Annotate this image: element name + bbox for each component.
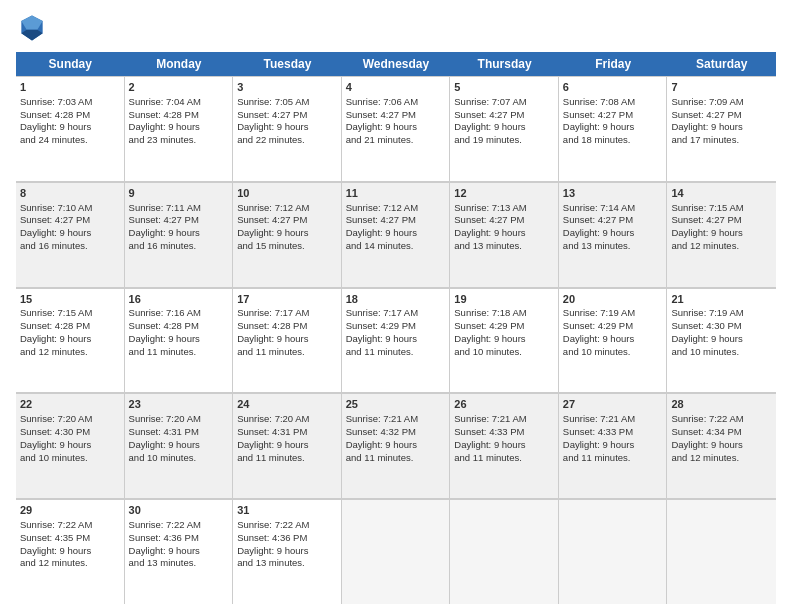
day-info: Sunrise: 7:22 AM	[671, 413, 772, 426]
day-number: 4	[346, 80, 446, 95]
day-info: Sunset: 4:28 PM	[237, 320, 337, 333]
day-info: and 13 minutes.	[454, 240, 554, 253]
header	[16, 12, 776, 44]
day-info: Sunrise: 7:20 AM	[237, 413, 337, 426]
day-number: 1	[20, 80, 120, 95]
calendar-cell: 28Sunrise: 7:22 AMSunset: 4:34 PMDayligh…	[667, 393, 776, 498]
day-info: and 10 minutes.	[671, 346, 772, 359]
calendar-body: 1Sunrise: 7:03 AMSunset: 4:28 PMDaylight…	[16, 76, 776, 604]
day-info: Sunset: 4:27 PM	[454, 109, 554, 122]
day-number: 29	[20, 503, 120, 518]
day-info: Sunset: 4:28 PM	[129, 320, 229, 333]
day-info: Sunset: 4:35 PM	[20, 532, 120, 545]
calendar-cell: 12Sunrise: 7:13 AMSunset: 4:27 PMDayligh…	[450, 182, 559, 287]
day-info: Sunrise: 7:14 AM	[563, 202, 663, 215]
day-info: Sunset: 4:27 PM	[346, 109, 446, 122]
day-info: Sunrise: 7:06 AM	[346, 96, 446, 109]
calendar-cell: 23Sunrise: 7:20 AMSunset: 4:31 PMDayligh…	[125, 393, 234, 498]
day-info: Sunset: 4:27 PM	[346, 214, 446, 227]
day-info: Sunrise: 7:09 AM	[671, 96, 772, 109]
day-info: Sunrise: 7:21 AM	[563, 413, 663, 426]
day-info: and 11 minutes.	[237, 452, 337, 465]
day-info: Sunrise: 7:04 AM	[129, 96, 229, 109]
day-info: Sunset: 4:28 PM	[129, 109, 229, 122]
day-info: and 16 minutes.	[129, 240, 229, 253]
day-info: and 13 minutes.	[129, 557, 229, 570]
day-info: and 10 minutes.	[20, 452, 120, 465]
day-number: 16	[129, 292, 229, 307]
day-info: Sunrise: 7:10 AM	[20, 202, 120, 215]
day-number: 21	[671, 292, 772, 307]
day-info: Sunrise: 7:16 AM	[129, 307, 229, 320]
weekday-header: Friday	[559, 52, 668, 76]
day-info: Sunset: 4:27 PM	[237, 214, 337, 227]
day-info: and 18 minutes.	[563, 134, 663, 147]
day-info: Sunrise: 7:15 AM	[671, 202, 772, 215]
day-info: Sunrise: 7:18 AM	[454, 307, 554, 320]
day-number: 12	[454, 186, 554, 201]
calendar-cell: 20Sunrise: 7:19 AMSunset: 4:29 PMDayligh…	[559, 288, 668, 393]
day-info: Sunset: 4:27 PM	[237, 109, 337, 122]
calendar-cell: 29Sunrise: 7:22 AMSunset: 4:35 PMDayligh…	[16, 499, 125, 604]
calendar-cell: 11Sunrise: 7:12 AMSunset: 4:27 PMDayligh…	[342, 182, 451, 287]
calendar-cell: 21Sunrise: 7:19 AMSunset: 4:30 PMDayligh…	[667, 288, 776, 393]
day-number: 31	[237, 503, 337, 518]
day-info: Daylight: 9 hours	[563, 227, 663, 240]
day-number: 24	[237, 397, 337, 412]
day-info: Sunset: 4:36 PM	[129, 532, 229, 545]
calendar-cell: 27Sunrise: 7:21 AMSunset: 4:33 PMDayligh…	[559, 393, 668, 498]
calendar-cell: 16Sunrise: 7:16 AMSunset: 4:28 PMDayligh…	[125, 288, 234, 393]
day-info: and 17 minutes.	[671, 134, 772, 147]
calendar-row: 1Sunrise: 7:03 AMSunset: 4:28 PMDaylight…	[16, 76, 776, 182]
day-info: Sunrise: 7:20 AM	[20, 413, 120, 426]
calendar-cell	[667, 499, 776, 604]
calendar-cell: 22Sunrise: 7:20 AMSunset: 4:30 PMDayligh…	[16, 393, 125, 498]
weekday-header: Saturday	[667, 52, 776, 76]
weekday-header: Thursday	[450, 52, 559, 76]
day-number: 28	[671, 397, 772, 412]
day-info: and 10 minutes.	[454, 346, 554, 359]
day-info: and 11 minutes.	[129, 346, 229, 359]
day-info: and 11 minutes.	[563, 452, 663, 465]
day-info: and 10 minutes.	[129, 452, 229, 465]
day-info: Sunset: 4:33 PM	[563, 426, 663, 439]
day-info: Daylight: 9 hours	[237, 545, 337, 558]
day-info: Sunset: 4:29 PM	[346, 320, 446, 333]
calendar-cell: 3Sunrise: 7:05 AMSunset: 4:27 PMDaylight…	[233, 76, 342, 181]
calendar-cell: 2Sunrise: 7:04 AMSunset: 4:28 PMDaylight…	[125, 76, 234, 181]
calendar-cell: 31Sunrise: 7:22 AMSunset: 4:36 PMDayligh…	[233, 499, 342, 604]
day-info: Daylight: 9 hours	[346, 121, 446, 134]
day-info: Sunset: 4:27 PM	[563, 109, 663, 122]
day-info: Sunset: 4:29 PM	[563, 320, 663, 333]
weekday-header: Tuesday	[233, 52, 342, 76]
day-number: 7	[671, 80, 772, 95]
day-number: 22	[20, 397, 120, 412]
day-info: Sunset: 4:27 PM	[671, 214, 772, 227]
day-info: Sunset: 4:27 PM	[454, 214, 554, 227]
weekday-header: Sunday	[16, 52, 125, 76]
day-info: Daylight: 9 hours	[671, 121, 772, 134]
calendar-row: 22Sunrise: 7:20 AMSunset: 4:30 PMDayligh…	[16, 393, 776, 499]
day-info: Daylight: 9 hours	[237, 227, 337, 240]
day-info: Sunrise: 7:21 AM	[454, 413, 554, 426]
day-info: and 14 minutes.	[346, 240, 446, 253]
calendar-cell: 30Sunrise: 7:22 AMSunset: 4:36 PMDayligh…	[125, 499, 234, 604]
day-info: Daylight: 9 hours	[237, 439, 337, 452]
day-info: Sunset: 4:27 PM	[563, 214, 663, 227]
day-info: Daylight: 9 hours	[129, 545, 229, 558]
calendar-row: 8Sunrise: 7:10 AMSunset: 4:27 PMDaylight…	[16, 182, 776, 288]
day-info: Sunrise: 7:11 AM	[129, 202, 229, 215]
day-info: Sunrise: 7:22 AM	[237, 519, 337, 532]
day-number: 11	[346, 186, 446, 201]
day-info: Sunset: 4:33 PM	[454, 426, 554, 439]
day-info: Daylight: 9 hours	[129, 439, 229, 452]
day-info: Daylight: 9 hours	[671, 333, 772, 346]
day-info: Sunrise: 7:19 AM	[563, 307, 663, 320]
day-info: and 23 minutes.	[129, 134, 229, 147]
day-info: and 10 minutes.	[563, 346, 663, 359]
svg-marker-2	[21, 30, 42, 41]
day-info: Sunrise: 7:19 AM	[671, 307, 772, 320]
calendar-cell	[342, 499, 451, 604]
day-number: 2	[129, 80, 229, 95]
day-info: Daylight: 9 hours	[346, 333, 446, 346]
